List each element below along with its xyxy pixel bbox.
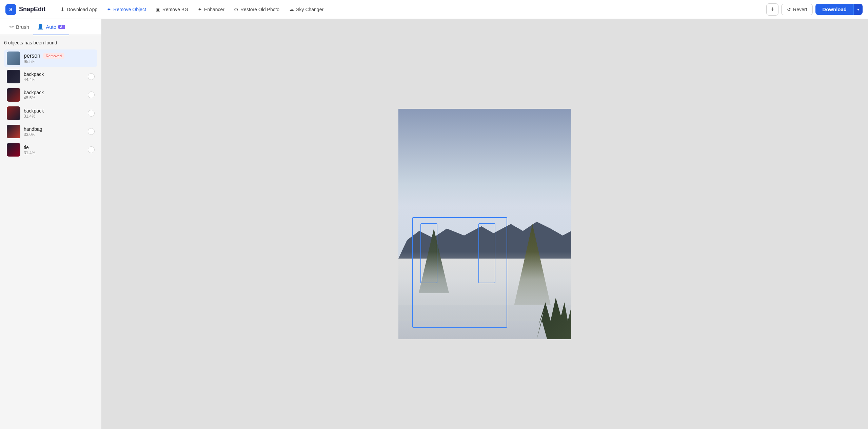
object-radio-backpack3[interactable] <box>88 110 95 117</box>
remove-object-icon: ✦ <box>107 6 111 13</box>
app-name: SnapEdit <box>19 6 45 13</box>
object-radio-tie[interactable] <box>88 146 95 153</box>
restore-icon: ⊙ <box>234 6 238 13</box>
revert-label: Revert <box>793 7 807 12</box>
object-info-tie: tie 31.4% <box>24 145 84 155</box>
list-item[interactable]: person Removed 95.5% <box>4 49 97 67</box>
logo[interactable]: S SnapEdit <box>5 4 45 15</box>
revert-icon: ↺ <box>787 7 791 12</box>
enhancer-icon: ✦ <box>198 6 202 13</box>
tab-auto-label: Auto <box>46 24 56 30</box>
header-right: + ↺ Revert Download ▾ <box>766 3 863 16</box>
nav-enhancer-label: Enhancer <box>204 7 224 12</box>
add-button[interactable]: + <box>766 3 778 16</box>
tab-brush-label: Brush <box>16 24 29 30</box>
object-info-backpack3: backpack 31.4% <box>24 108 84 119</box>
object-info-backpack1: backpack 44.4% <box>24 72 84 82</box>
nav-sky-label: Sky Changer <box>296 7 323 12</box>
object-name: person <box>24 53 40 59</box>
object-label-person: person Removed <box>24 53 95 59</box>
list-item[interactable]: backpack 31.4% <box>4 104 97 122</box>
object-thumbnail-tie <box>7 143 20 157</box>
canvas-area <box>102 19 868 429</box>
sky-icon: ☁ <box>289 6 294 13</box>
object-info-handbag: handbag 33.0% <box>24 126 84 137</box>
object-info-person: person Removed 95.5% <box>24 53 95 64</box>
download-button[interactable]: Download <box>815 4 853 15</box>
object-confidence-person: 95.5% <box>24 59 95 64</box>
ai-badge: AI <box>58 25 65 29</box>
list-item[interactable]: handbag 33.0% <box>4 123 97 140</box>
plus-icon: + <box>770 5 774 13</box>
main-content: ✏ Brush 👤 Auto AI 6 objects has been fou… <box>0 19 868 429</box>
sidebar: ✏ Brush 👤 Auto AI 6 objects has been fou… <box>0 19 102 429</box>
nav-enhancer[interactable]: ✦ Enhancer <box>194 4 229 15</box>
download-button-group: Download ▾ <box>815 4 863 15</box>
object-thumbnail-backpack1 <box>7 70 20 83</box>
object-radio-backpack1[interactable] <box>88 73 95 80</box>
object-list: person Removed 95.5% backpack 44.4% <box>4 49 97 159</box>
auto-icon: 👤 <box>37 24 44 30</box>
object-radio-handbag[interactable] <box>88 128 95 135</box>
download-dropdown-button[interactable]: ▾ <box>853 4 863 15</box>
object-label-handbag: handbag <box>24 126 84 132</box>
object-confidence-backpack1: 44.4% <box>24 77 84 82</box>
object-confidence-backpack2: 45.5% <box>24 96 84 100</box>
nav-restore-old-photo[interactable]: ⊙ Restore Old Photo <box>230 4 283 15</box>
object-radio-backpack2[interactable] <box>88 91 95 98</box>
brush-icon: ✏ <box>9 24 14 30</box>
object-thumbnail-backpack2 <box>7 88 20 102</box>
sidebar-content: 6 objects has been found person Removed … <box>0 35 101 429</box>
object-label-backpack1: backpack <box>24 72 84 77</box>
nav-sky-changer[interactable]: ☁ Sky Changer <box>285 4 328 15</box>
revert-button[interactable]: ↺ Revert <box>781 4 813 15</box>
nav-remove-bg[interactable]: ▣ Remove BG <box>152 4 192 15</box>
removed-badge: Removed <box>43 53 64 59</box>
sidebar-tabs: ✏ Brush 👤 Auto AI <box>0 19 101 35</box>
object-info-backpack2: backpack 45.5% <box>24 90 84 100</box>
object-label-backpack3: backpack <box>24 108 84 114</box>
nav-download-app[interactable]: ⬇ Download App <box>56 4 101 15</box>
header: S SnapEdit ⬇ Download App ✦ Remove Objec… <box>0 0 868 19</box>
header-left: S SnapEdit ⬇ Download App ✦ Remove Objec… <box>5 4 328 15</box>
object-thumbnail-person <box>7 52 20 65</box>
logo-icon: S <box>5 4 16 15</box>
list-item[interactable]: tie 31.4% <box>4 141 97 159</box>
download-app-icon: ⬇ <box>60 6 65 13</box>
tab-brush[interactable]: ✏ Brush <box>5 19 33 35</box>
objects-found-header: 6 objects has been found <box>4 40 97 45</box>
object-thumbnail-backpack3 <box>7 106 20 120</box>
object-label-tie: tie <box>24 145 84 150</box>
remove-bg-icon: ▣ <box>156 6 160 13</box>
main-nav: ⬇ Download App ✦ Remove Object ▣ Remove … <box>56 4 328 15</box>
nav-remove-object-label: Remove Object <box>113 7 146 12</box>
object-confidence-backpack3: 31.4% <box>24 114 84 119</box>
nav-download-app-label: Download App <box>67 7 97 12</box>
nav-restore-label: Restore Old Photo <box>240 7 279 12</box>
chevron-down-icon: ▾ <box>857 7 859 12</box>
nav-remove-object[interactable]: ✦ Remove Object <box>103 4 150 15</box>
object-thumbnail-handbag <box>7 125 20 138</box>
object-confidence-handbag: 33.0% <box>24 132 84 137</box>
image-container <box>398 109 571 339</box>
object-confidence-tie: 31.4% <box>24 150 84 155</box>
object-label-backpack2: backpack <box>24 90 84 95</box>
list-item[interactable]: backpack 45.5% <box>4 86 97 104</box>
tab-auto[interactable]: 👤 Auto AI <box>33 19 69 35</box>
photo-background <box>398 109 571 339</box>
nav-remove-bg-label: Remove BG <box>162 7 188 12</box>
list-item[interactable]: backpack 44.4% <box>4 68 97 85</box>
